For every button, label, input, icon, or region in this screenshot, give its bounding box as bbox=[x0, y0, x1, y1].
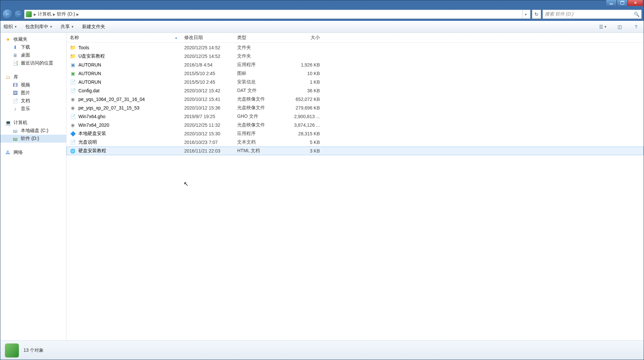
file-name-cell: Tools bbox=[66, 45, 181, 51]
file-row[interactable]: AUTORUN2015/5/10 2:45图标10 KB bbox=[66, 69, 644, 78]
navigation-pane: ★ 收藏夹 ⬇ 下载 🖥 桌面 📑 最近访问的位置 🗂 bbox=[0, 33, 66, 340]
file-size: 3 KB bbox=[287, 148, 323, 154]
file-date: 2016/10/23 7:07 bbox=[181, 140, 234, 145]
file-row[interactable]: AUTORUN2015/5/10 2:45安装信息1 KB bbox=[66, 78, 644, 86]
file-icon bbox=[70, 131, 76, 137]
sidebar-recent[interactable]: 📑 最近访问的位置 bbox=[0, 59, 66, 67]
picture-icon: 🖼 bbox=[12, 90, 18, 96]
file-row[interactable]: Win7x64.gho2019/9/7 19:25GHO 文件2,900,813… bbox=[66, 112, 644, 121]
file-size: 5 KB bbox=[287, 140, 323, 145]
file-row[interactable]: pe_yqs_1064_20_07_31_16_042020/10/12 15:… bbox=[66, 95, 644, 104]
sidebar-videos[interactable]: 🎞 视频 bbox=[0, 81, 66, 89]
file-size: 279,696 KB bbox=[287, 105, 323, 111]
file-row[interactable]: 本地硬盘安装2020/10/12 15:30应用程序28,315 KB bbox=[66, 129, 644, 138]
file-name: AUTORUN bbox=[78, 71, 101, 76]
titlebar bbox=[0, 0, 644, 8]
file-size: 28,315 KB bbox=[287, 131, 323, 136]
sidebar-computer-head[interactable]: 💻 计算机 bbox=[0, 119, 66, 127]
music-icon: ♪ bbox=[12, 106, 18, 112]
breadcrumb-sep-icon: ▶ bbox=[53, 13, 56, 16]
file-row[interactable]: Config.dat2020/10/12 15:42DAT 文件36 KB bbox=[66, 86, 644, 95]
file-pane: 名称 ▲ 修改日期 类型 大小 Tools2020/12/25 14:52文件夹… bbox=[66, 33, 644, 340]
address-dropdown[interactable]: ▾ bbox=[522, 10, 529, 19]
forward-button[interactable] bbox=[14, 10, 23, 19]
column-date[interactable]: 修改日期 bbox=[181, 35, 234, 41]
file-list[interactable]: Tools2020/12/25 14:52文件夹U盘安装教程2020/12/25… bbox=[66, 43, 644, 340]
libraries-label: 库 bbox=[14, 74, 18, 80]
drive-icon: 🖴 bbox=[12, 128, 18, 134]
include-in-library-menu[interactable]: 包含到库中 ▼ bbox=[25, 24, 53, 30]
refresh-button[interactable]: ↻ bbox=[532, 10, 541, 19]
sidebar-desktop[interactable]: 🖥 桌面 bbox=[0, 51, 66, 59]
sidebar-favorites-head[interactable]: ★ 收藏夹 bbox=[0, 35, 66, 43]
document-icon: 📄 bbox=[12, 98, 18, 104]
file-row[interactable]: 光盘说明2016/10/23 7:07文本文档5 KB bbox=[66, 138, 644, 147]
view-mode-button[interactable]: ☰▼ bbox=[599, 22, 607, 31]
library-icon: 🗂 bbox=[5, 74, 11, 80]
computer-label: 计算机 bbox=[14, 120, 27, 126]
file-row[interactable]: U盘安装教程2020/12/25 14:52文件夹 bbox=[66, 52, 644, 61]
sidebar-downloads[interactable]: ⬇ 下载 bbox=[0, 43, 66, 51]
file-date: 2019/9/7 19:25 bbox=[181, 114, 234, 119]
minimize-button[interactable] bbox=[606, 0, 617, 6]
file-name-cell: 本地硬盘安装 bbox=[66, 131, 181, 137]
dropdown-icon: ▼ bbox=[604, 25, 607, 28]
share-menu[interactable]: 共享 ▼ bbox=[61, 24, 74, 30]
file-name: U盘安装教程 bbox=[78, 53, 105, 59]
file-type: 应用程序 bbox=[234, 62, 287, 68]
file-type: 光盘映像文件 bbox=[234, 96, 287, 102]
file-row[interactable]: Win7x64_20202020/12/25 11:32光盘映像文件3,874,… bbox=[66, 121, 644, 129]
explorer-body: ★ 收藏夹 ⬇ 下载 🖥 桌面 📑 最近访问的位置 🗂 bbox=[0, 33, 644, 340]
breadcrumb-drive[interactable]: 软件 (D:) bbox=[57, 11, 75, 17]
sidebar-documents[interactable]: 📄 文档 bbox=[0, 97, 66, 105]
sidebar-drive-d[interactable]: 🖴 软件 (D:) bbox=[0, 135, 66, 143]
sidebar-music[interactable]: ♪ 音乐 bbox=[0, 105, 66, 113]
file-name: Win7x64.gho bbox=[78, 114, 106, 119]
file-row[interactable]: AUTORUN2016/1/8 4:54应用程序1,926 KB bbox=[66, 61, 644, 69]
back-button[interactable] bbox=[2, 9, 13, 20]
search-input[interactable]: 搜索 软件 (D:) 🔍 bbox=[542, 10, 642, 19]
file-row[interactable]: 硬盘安装教程2016/11/21 22:03HTML 文档3 KB bbox=[66, 147, 644, 155]
network-icon: 🖧 bbox=[5, 150, 11, 156]
column-headers: 名称 ▲ 修改日期 类型 大小 bbox=[66, 33, 644, 43]
maximize-button[interactable] bbox=[617, 0, 627, 6]
preview-pane-button[interactable]: ◫ bbox=[615, 22, 624, 31]
column-name[interactable]: 名称 ▲ bbox=[66, 35, 181, 41]
file-name-cell: 硬盘安装教程 bbox=[66, 148, 181, 154]
help-button[interactable]: ? bbox=[632, 22, 640, 31]
file-name: pe_yqs_xp_20_07_31_15_53 bbox=[78, 105, 140, 111]
status-text: 13 个对象 bbox=[23, 347, 44, 353]
sidebar-pictures[interactable]: 🖼 图片 bbox=[0, 89, 66, 97]
file-type: 图标 bbox=[234, 70, 287, 76]
explorer-window: ▶ 计算机 ▶ 软件 (D:) ▶ ▾ ↻ 搜索 软件 (D:) 🔍 组织 ▼ … bbox=[0, 0, 644, 360]
new-folder-button[interactable]: 新建文件夹 bbox=[82, 24, 105, 30]
file-name-cell: AUTORUN bbox=[66, 62, 181, 68]
file-type: 文件夹 bbox=[234, 53, 287, 59]
file-type: 文本文档 bbox=[234, 139, 287, 145]
column-type[interactable]: 类型 bbox=[234, 35, 287, 41]
close-button[interactable] bbox=[628, 0, 643, 6]
sidebar-drive-c[interactable]: 🖴 本地磁盘 (C:) bbox=[0, 127, 66, 135]
file-row[interactable]: Tools2020/12/25 14:52文件夹 bbox=[66, 43, 644, 52]
file-icon bbox=[70, 113, 76, 119]
column-size[interactable]: 大小 bbox=[287, 35, 323, 41]
file-date: 2020/12/25 14:52 bbox=[181, 45, 234, 50]
file-type: 应用程序 bbox=[234, 131, 287, 137]
sidebar-libraries-head[interactable]: 🗂 库 bbox=[0, 73, 66, 81]
sidebar-network-head[interactable]: 🖧 网络 bbox=[0, 149, 66, 157]
address-bar[interactable]: ▶ 计算机 ▶ 软件 (D:) ▶ ▾ bbox=[24, 10, 531, 19]
file-name: 光盘说明 bbox=[78, 139, 97, 145]
search-icon[interactable]: 🔍 bbox=[634, 12, 639, 17]
file-name-cell: AUTORUN bbox=[66, 70, 181, 76]
network-label: 网络 bbox=[14, 150, 23, 156]
file-icon bbox=[70, 88, 76, 94]
drive-c-label: 本地磁盘 (C:) bbox=[21, 128, 48, 134]
favorites-group: ★ 收藏夹 ⬇ 下载 🖥 桌面 📑 最近访问的位置 bbox=[0, 35, 66, 67]
file-date: 2015/5/10 2:45 bbox=[181, 79, 234, 85]
breadcrumb-computer[interactable]: 计算机 bbox=[38, 11, 52, 17]
file-name: Config.dat bbox=[78, 88, 100, 93]
organize-menu[interactable]: 组织 ▼ bbox=[4, 24, 17, 30]
drive-icon bbox=[26, 11, 32, 17]
file-row[interactable]: pe_yqs_xp_20_07_31_15_532020/10/12 15:36… bbox=[66, 104, 644, 112]
desktop-icon: 🖥 bbox=[12, 52, 18, 58]
